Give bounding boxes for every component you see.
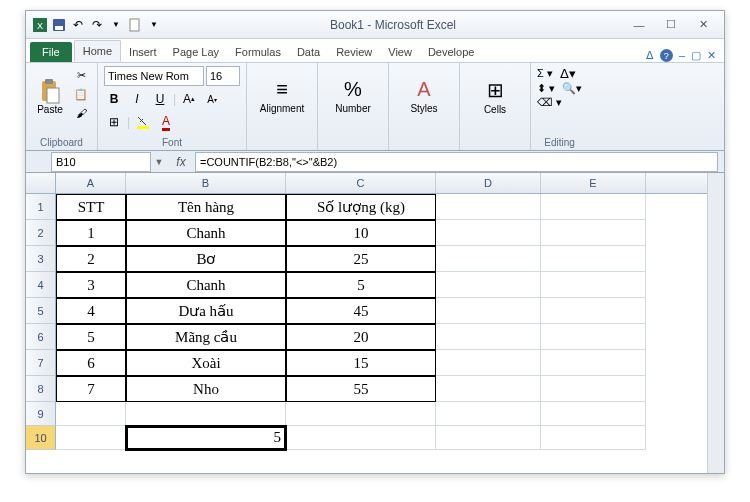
clear-icon[interactable]: ⌫ ▾ [537, 96, 562, 109]
chevron-down-icon[interactable]: ▼ [108, 17, 124, 33]
redo-icon[interactable]: ↷ [89, 17, 105, 33]
cell-E4[interactable] [541, 272, 646, 298]
grow-font-button[interactable]: A▴ [179, 89, 199, 109]
save-icon[interactable] [51, 17, 67, 33]
cell-C6[interactable]: 20 [286, 324, 436, 350]
cell-D1[interactable] [436, 194, 541, 220]
number-button[interactable]: %Number [324, 66, 382, 126]
fill-icon[interactable]: ⬍ ▾ [537, 82, 555, 95]
cell-C10[interactable] [286, 426, 436, 450]
cell-B8[interactable]: Nho [126, 376, 286, 402]
cell-A2[interactable]: 1 [56, 220, 126, 246]
cell-C2[interactable]: 10 [286, 220, 436, 246]
close-button[interactable]: ✕ [688, 16, 718, 34]
cell-A10[interactable] [56, 426, 126, 450]
row-header-10[interactable]: 10 [26, 426, 56, 450]
cell-E3[interactable] [541, 246, 646, 272]
cell-B3[interactable]: Bơ [126, 246, 286, 272]
alignment-button[interactable]: ≡Alignment [253, 66, 311, 126]
cell-B4[interactable]: Chanh [126, 272, 286, 298]
cell-E6[interactable] [541, 324, 646, 350]
cell-A4[interactable]: 3 [56, 272, 126, 298]
cell-A6[interactable]: 5 [56, 324, 126, 350]
font-color-button[interactable]: A [156, 112, 176, 132]
cell-A8[interactable]: 7 [56, 376, 126, 402]
cell-C1[interactable]: Số lượng (kg) [286, 194, 436, 220]
cells-button[interactable]: ⊞Cells [466, 66, 524, 126]
formula-bar[interactable]: =COUNTIF(B2:B8,"<>"&B2) [195, 152, 718, 172]
cell-A5[interactable]: 4 [56, 298, 126, 324]
row-header-6[interactable]: 6 [26, 324, 56, 350]
cell-B9[interactable] [126, 402, 286, 426]
tab-insert[interactable]: Insert [121, 42, 165, 62]
format-painter-button[interactable]: 🖌 [71, 104, 91, 122]
cell-B7[interactable]: Xoài [126, 350, 286, 376]
font-size-select[interactable] [206, 66, 240, 86]
styles-button[interactable]: AStyles [395, 66, 453, 126]
name-box[interactable]: B10 [51, 152, 151, 172]
cell-E2[interactable] [541, 220, 646, 246]
cell-E8[interactable] [541, 376, 646, 402]
window-close-icon[interactable]: ✕ [707, 49, 716, 62]
row-header-4[interactable]: 4 [26, 272, 56, 298]
fill-color-button[interactable] [133, 112, 153, 132]
fx-icon[interactable]: fx [171, 155, 191, 169]
cell-D6[interactable] [436, 324, 541, 350]
cell-D2[interactable] [436, 220, 541, 246]
cell-B1[interactable]: Tên hàng [126, 194, 286, 220]
sort-filter-icon[interactable]: ᐃ▾ [560, 66, 576, 81]
tab-view[interactable]: View [380, 42, 420, 62]
row-header-3[interactable]: 3 [26, 246, 56, 272]
cell-D5[interactable] [436, 298, 541, 324]
bold-button[interactable]: B [104, 89, 124, 109]
tab-developer[interactable]: Develope [420, 42, 482, 62]
find-icon[interactable]: 🔍▾ [562, 82, 582, 95]
cell-E10[interactable] [541, 426, 646, 450]
cell-B10[interactable]: 5 [126, 426, 286, 450]
minimize-ribbon-icon[interactable]: ᐃ [646, 49, 654, 62]
cell-D8[interactable] [436, 376, 541, 402]
cell-A7[interactable]: 6 [56, 350, 126, 376]
tab-file[interactable]: File [30, 42, 72, 62]
cell-A9[interactable] [56, 402, 126, 426]
col-header-A[interactable]: A [56, 173, 126, 193]
col-header-D[interactable]: D [436, 173, 541, 193]
help-icon[interactable]: ? [660, 49, 673, 62]
row-header-8[interactable]: 8 [26, 376, 56, 402]
cell-C4[interactable]: 5 [286, 272, 436, 298]
cell-A3[interactable]: 2 [56, 246, 126, 272]
shrink-font-button[interactable]: A▾ [202, 89, 222, 109]
col-header-E[interactable]: E [541, 173, 646, 193]
col-header-C[interactable]: C [286, 173, 436, 193]
col-header-B[interactable]: B [126, 173, 286, 193]
cell-C3[interactable]: 25 [286, 246, 436, 272]
cell-D7[interactable] [436, 350, 541, 376]
maximize-button[interactable]: ☐ [656, 16, 686, 34]
cell-C5[interactable]: 45 [286, 298, 436, 324]
borders-button[interactable]: ⊞ [104, 112, 124, 132]
cell-B6[interactable]: Mãng cầu [126, 324, 286, 350]
cell-D9[interactable] [436, 402, 541, 426]
tab-page-layout[interactable]: Page Lay [165, 42, 227, 62]
row-header-2[interactable]: 2 [26, 220, 56, 246]
tab-review[interactable]: Review [328, 42, 380, 62]
cell-E9[interactable] [541, 402, 646, 426]
autosum-icon[interactable]: Σ ▾ [537, 67, 553, 80]
window-restore-icon[interactable]: ▢ [691, 49, 701, 62]
italic-button[interactable]: I [127, 89, 147, 109]
cell-D4[interactable] [436, 272, 541, 298]
row-header-5[interactable]: 5 [26, 298, 56, 324]
row-header-7[interactable]: 7 [26, 350, 56, 376]
row-header-1[interactable]: 1 [26, 194, 56, 220]
chevron-down-icon[interactable]: ▼ [146, 17, 162, 33]
cell-D10[interactable] [436, 426, 541, 450]
tab-formulas[interactable]: Formulas [227, 42, 289, 62]
minimize-button[interactable]: — [624, 16, 654, 34]
name-box-dropdown[interactable]: ▼ [151, 157, 167, 167]
vertical-scrollbar[interactable] [707, 173, 724, 473]
paste-button[interactable]: Paste [32, 66, 68, 126]
cell-E5[interactable] [541, 298, 646, 324]
cell-B5[interactable]: Dưa hấu [126, 298, 286, 324]
cell-E1[interactable] [541, 194, 646, 220]
font-name-select[interactable] [104, 66, 204, 86]
